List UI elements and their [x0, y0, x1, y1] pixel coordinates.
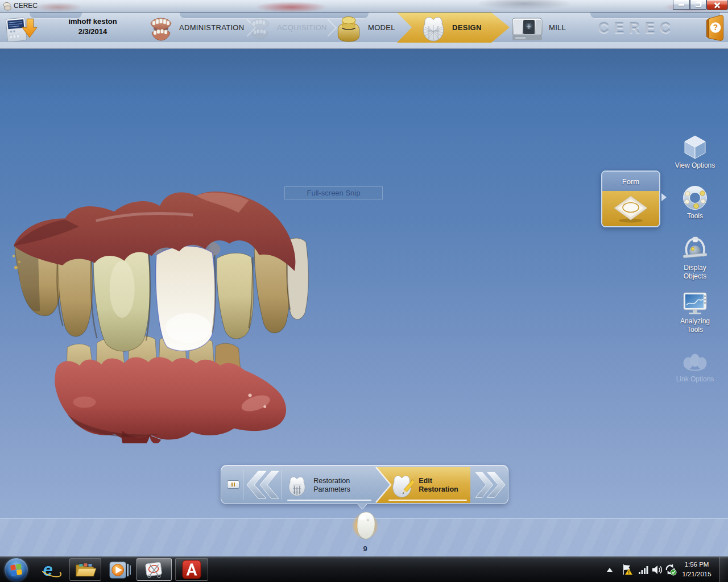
selected-tooth-indicator[interactable]: [346, 507, 384, 544]
clock-date: 1/21/2015: [678, 569, 715, 579]
taskbar-media-player[interactable]: [106, 559, 133, 581]
next-steps-button[interactable]: [475, 469, 506, 500]
sidebar-item-label: Display Objects: [673, 264, 717, 281]
toolbar-separator: [282, 470, 282, 500]
close-icon: [714, 2, 721, 9]
patient-date: 2/3/2014: [50, 27, 135, 37]
system-menu-icon[interactable]: [5, 14, 38, 44]
navbar-tab-notch: [590, 13, 720, 19]
sidebar-item-link-options: Link Options: [673, 348, 717, 384]
articulator-icon: [682, 236, 708, 263]
flag-warning-icon: [621, 563, 632, 576]
tooth-number-label: 9: [346, 544, 384, 553]
taskbar-clock[interactable]: 1:56 PM 1/21/2015: [678, 560, 715, 579]
taskbar-adobe-reader[interactable]: [175, 558, 208, 581]
taskbar-snipping-tool[interactable]: [136, 558, 172, 581]
snipping-tool-icon: [142, 559, 166, 580]
tab-acquisition: ACQUISITION: [248, 13, 327, 43]
sidebar-item-label: Tools: [687, 212, 703, 221]
step-toolbar: Restoration Parameters Edit Restoration: [221, 465, 508, 504]
show-desktop-button[interactable]: [719, 557, 728, 582]
previous-steps-button[interactable]: [246, 469, 279, 500]
navbar-bottom-strip: [0, 42, 728, 48]
minimize-button[interactable]: [673, 0, 690, 10]
form-occlusal-icon: [613, 195, 648, 223]
link-teeth-icon: [682, 348, 708, 374]
tray-volume[interactable]: [651, 559, 664, 580]
folder-icon: [74, 560, 97, 579]
start-button[interactable]: [5, 558, 28, 581]
tab-model[interactable]: MODEL: [334, 13, 395, 43]
wireframe-tooth-icon: [420, 14, 447, 42]
ring-icon: [682, 185, 708, 211]
adobe-reader-icon: [182, 560, 201, 579]
phase-navbar: imhoff keston 2/3/2014 ADMINISTRATION: [0, 13, 728, 49]
close-button[interactable]: [706, 0, 728, 10]
speaker-icon: [652, 565, 663, 575]
sidebar-item-label: View Options: [675, 161, 715, 170]
tab-administration[interactable]: ADMINISTRATION: [148, 13, 244, 43]
restore-button[interactable]: [690, 0, 706, 10]
restoration-parameters-label: Restoration Parameters: [313, 477, 376, 494]
3d-teeth-model[interactable]: [10, 186, 313, 443]
molar-parameters-icon: [286, 472, 308, 498]
windows-flag-icon: [10, 563, 23, 576]
milling-machine-icon: [511, 14, 544, 41]
sync-arrows-icon: [664, 563, 677, 576]
form-panel-title: Form: [602, 172, 659, 191]
form-tool-button[interactable]: [602, 191, 659, 227]
tray-action-center[interactable]: [620, 559, 634, 580]
sidebar-item-analyzing-tools[interactable]: Analyzing Tools: [673, 290, 717, 334]
patient-info[interactable]: imhoff keston 2/3/2014: [50, 16, 135, 37]
help-question-glyph: ?: [713, 23, 718, 32]
snip-ghost-tooltip: Full-screen Snip: [284, 186, 383, 199]
design-viewport[interactable]: Full-screen Snip Form View Options: [0, 49, 728, 556]
help-button[interactable]: ?: [704, 14, 726, 43]
denture-camera-icon: [248, 15, 272, 40]
taskbar-internet-explorer[interactable]: e: [36, 559, 59, 581]
button-underline: [388, 500, 467, 501]
minimize-icon: [679, 4, 684, 6]
form-tool-panel[interactable]: Form: [601, 171, 660, 227]
cerec-brand-logo: CEREC: [598, 19, 672, 37]
windows-taskbar: e: [0, 556, 728, 582]
tab-mill-label: MILL: [549, 23, 566, 32]
button-underline: [287, 500, 371, 501]
sidebar-item-label: Link Options: [676, 375, 714, 384]
form-panel-arrow: [661, 193, 667, 201]
cerec-application-window: CEREC: [0, 0, 728, 582]
tab-model-label: MODEL: [368, 23, 395, 32]
tab-design[interactable]: DESIGN: [420, 13, 482, 43]
cube-icon: [682, 134, 708, 160]
taskbar-windows-explorer[interactable]: [69, 558, 101, 581]
internet-explorer-icon: e: [43, 560, 52, 580]
patient-name: imhoff keston: [50, 16, 135, 27]
window-titlebar[interactable]: CEREC: [0, 0, 728, 13]
incisor-tooth-icon: [353, 510, 377, 541]
toolbar-separator: [243, 470, 243, 500]
section-chevron-divider: [375, 467, 392, 503]
restore-icon: [696, 2, 701, 7]
media-player-icon: [107, 560, 131, 580]
signal-bars-icon: [639, 565, 649, 574]
tray-sync[interactable]: [663, 559, 678, 580]
window-title: CEREC: [14, 2, 38, 10]
tray-network[interactable]: [637, 559, 651, 580]
tab-administration-label: ADMINISTRATION: [179, 23, 244, 32]
app-icon: [3, 2, 12, 11]
model-die-icon: [334, 13, 363, 42]
sidebar-item-view-options[interactable]: View Options: [673, 134, 717, 170]
sidebar-item-tools[interactable]: Tools: [673, 185, 717, 221]
tray-hidden-icons-button[interactable]: [604, 559, 615, 580]
toolbar-collapse-button[interactable]: [227, 480, 239, 489]
restoration-parameters-button[interactable]: Restoration Parameters: [283, 467, 376, 503]
clock-time: 1:56 PM: [678, 560, 715, 569]
tab-design-label: DESIGN: [452, 23, 482, 32]
chevron-up-icon: [607, 568, 613, 572]
tab-mill[interactable]: MILL: [511, 13, 566, 43]
monitor-icon: [682, 290, 708, 316]
sidebar-item-label: Analyzing Tools: [673, 317, 717, 334]
denture-icon: [148, 14, 174, 41]
sidebar-item-display-objects[interactable]: Display Objects: [673, 236, 717, 281]
